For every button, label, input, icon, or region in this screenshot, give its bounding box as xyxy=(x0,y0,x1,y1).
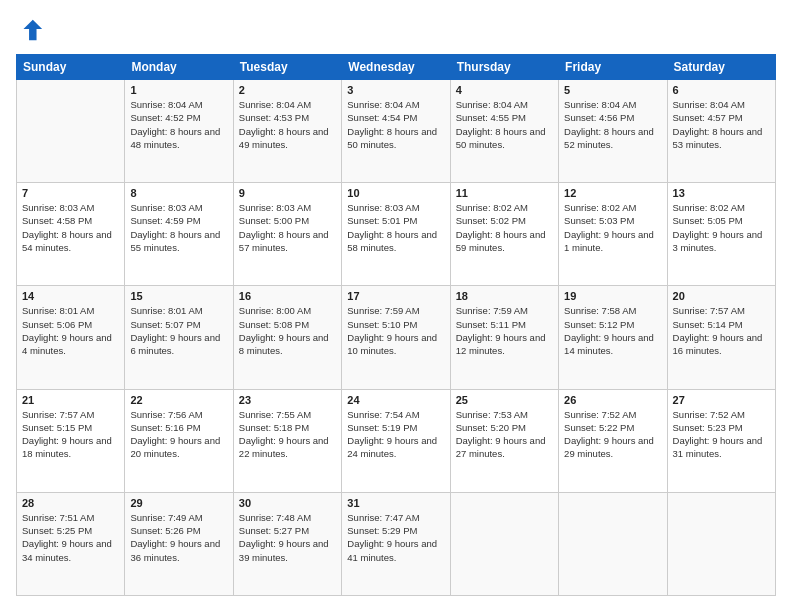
day-number: 30 xyxy=(239,497,336,509)
cell-info: Sunrise: 8:00 AMSunset: 5:08 PMDaylight:… xyxy=(239,304,336,357)
cell-info: Sunrise: 7:52 AMSunset: 5:22 PMDaylight:… xyxy=(564,408,661,461)
sunset-text: Sunset: 5:22 PM xyxy=(564,422,634,433)
calendar-cell: 16Sunrise: 8:00 AMSunset: 5:08 PMDayligh… xyxy=(233,286,341,389)
sunrise-text: Sunrise: 8:04 AM xyxy=(456,99,528,110)
day-number: 8 xyxy=(130,187,227,199)
day-number: 19 xyxy=(564,290,661,302)
calendar-cell: 22Sunrise: 7:56 AMSunset: 5:16 PMDayligh… xyxy=(125,389,233,492)
daylight-text: Daylight: 8 hours and 55 minutes. xyxy=(130,229,220,253)
calendar-cell: 29Sunrise: 7:49 AMSunset: 5:26 PMDayligh… xyxy=(125,492,233,595)
sunset-text: Sunset: 5:27 PM xyxy=(239,525,309,536)
day-number: 31 xyxy=(347,497,444,509)
daylight-text: Daylight: 9 hours and 34 minutes. xyxy=(22,538,112,562)
sunrise-text: Sunrise: 8:03 AM xyxy=(22,202,94,213)
header-day-saturday: Saturday xyxy=(667,55,775,80)
day-number: 11 xyxy=(456,187,553,199)
sunrise-text: Sunrise: 7:59 AM xyxy=(347,305,419,316)
header-day-wednesday: Wednesday xyxy=(342,55,450,80)
daylight-text: Daylight: 9 hours and 6 minutes. xyxy=(130,332,220,356)
calendar-cell: 6Sunrise: 8:04 AMSunset: 4:57 PMDaylight… xyxy=(667,80,775,183)
calendar-cell: 17Sunrise: 7:59 AMSunset: 5:10 PMDayligh… xyxy=(342,286,450,389)
cell-info: Sunrise: 8:03 AMSunset: 4:58 PMDaylight:… xyxy=(22,201,119,254)
sunrise-text: Sunrise: 7:56 AM xyxy=(130,409,202,420)
sunset-text: Sunset: 4:52 PM xyxy=(130,112,200,123)
sunrise-text: Sunrise: 7:52 AM xyxy=(564,409,636,420)
sunrise-text: Sunrise: 8:04 AM xyxy=(130,99,202,110)
daylight-text: Daylight: 9 hours and 27 minutes. xyxy=(456,435,546,459)
day-number: 27 xyxy=(673,394,770,406)
cell-info: Sunrise: 7:56 AMSunset: 5:16 PMDaylight:… xyxy=(130,408,227,461)
sunrise-text: Sunrise: 8:04 AM xyxy=(239,99,311,110)
calendar-cell: 1Sunrise: 8:04 AMSunset: 4:52 PMDaylight… xyxy=(125,80,233,183)
cell-info: Sunrise: 8:01 AMSunset: 5:06 PMDaylight:… xyxy=(22,304,119,357)
calendar-cell: 13Sunrise: 8:02 AMSunset: 5:05 PMDayligh… xyxy=(667,183,775,286)
cell-info: Sunrise: 8:02 AMSunset: 5:03 PMDaylight:… xyxy=(564,201,661,254)
sunset-text: Sunset: 4:59 PM xyxy=(130,215,200,226)
calendar-cell: 28Sunrise: 7:51 AMSunset: 5:25 PMDayligh… xyxy=(17,492,125,595)
sunset-text: Sunset: 5:03 PM xyxy=(564,215,634,226)
cell-info: Sunrise: 8:03 AMSunset: 4:59 PMDaylight:… xyxy=(130,201,227,254)
sunrise-text: Sunrise: 7:48 AM xyxy=(239,512,311,523)
cell-info: Sunrise: 7:59 AMSunset: 5:10 PMDaylight:… xyxy=(347,304,444,357)
cell-info: Sunrise: 8:04 AMSunset: 4:52 PMDaylight:… xyxy=(130,98,227,151)
daylight-text: Daylight: 8 hours and 48 minutes. xyxy=(130,126,220,150)
daylight-text: Daylight: 8 hours and 49 minutes. xyxy=(239,126,329,150)
cell-info: Sunrise: 8:03 AMSunset: 5:00 PMDaylight:… xyxy=(239,201,336,254)
sunrise-text: Sunrise: 8:02 AM xyxy=(564,202,636,213)
cell-info: Sunrise: 7:53 AMSunset: 5:20 PMDaylight:… xyxy=(456,408,553,461)
header-day-tuesday: Tuesday xyxy=(233,55,341,80)
sunset-text: Sunset: 5:01 PM xyxy=(347,215,417,226)
day-number: 5 xyxy=(564,84,661,96)
page: SundayMondayTuesdayWednesdayThursdayFrid… xyxy=(0,0,792,612)
sunset-text: Sunset: 5:06 PM xyxy=(22,319,92,330)
sunset-text: Sunset: 5:10 PM xyxy=(347,319,417,330)
day-number: 4 xyxy=(456,84,553,96)
daylight-text: Daylight: 9 hours and 3 minutes. xyxy=(673,229,763,253)
calendar-cell: 12Sunrise: 8:02 AMSunset: 5:03 PMDayligh… xyxy=(559,183,667,286)
sunset-text: Sunset: 4:55 PM xyxy=(456,112,526,123)
sunset-text: Sunset: 4:56 PM xyxy=(564,112,634,123)
day-number: 6 xyxy=(673,84,770,96)
calendar-cell xyxy=(559,492,667,595)
cell-info: Sunrise: 7:59 AMSunset: 5:11 PMDaylight:… xyxy=(456,304,553,357)
day-number: 16 xyxy=(239,290,336,302)
sunrise-text: Sunrise: 8:04 AM xyxy=(673,99,745,110)
week-row-1: 7Sunrise: 8:03 AMSunset: 4:58 PMDaylight… xyxy=(17,183,776,286)
day-number: 24 xyxy=(347,394,444,406)
daylight-text: Daylight: 8 hours and 54 minutes. xyxy=(22,229,112,253)
cell-info: Sunrise: 8:01 AMSunset: 5:07 PMDaylight:… xyxy=(130,304,227,357)
cell-info: Sunrise: 8:02 AMSunset: 5:02 PMDaylight:… xyxy=(456,201,553,254)
sunset-text: Sunset: 5:29 PM xyxy=(347,525,417,536)
daylight-text: Daylight: 8 hours and 53 minutes. xyxy=(673,126,763,150)
sunrise-text: Sunrise: 8:02 AM xyxy=(456,202,528,213)
calendar-cell: 5Sunrise: 8:04 AMSunset: 4:56 PMDaylight… xyxy=(559,80,667,183)
day-number: 21 xyxy=(22,394,119,406)
header-day-sunday: Sunday xyxy=(17,55,125,80)
daylight-text: Daylight: 9 hours and 14 minutes. xyxy=(564,332,654,356)
cell-info: Sunrise: 8:04 AMSunset: 4:55 PMDaylight:… xyxy=(456,98,553,151)
header-day-thursday: Thursday xyxy=(450,55,558,80)
calendar-cell: 7Sunrise: 8:03 AMSunset: 4:58 PMDaylight… xyxy=(17,183,125,286)
cell-info: Sunrise: 7:51 AMSunset: 5:25 PMDaylight:… xyxy=(22,511,119,564)
calendar-cell: 20Sunrise: 7:57 AMSunset: 5:14 PMDayligh… xyxy=(667,286,775,389)
cell-info: Sunrise: 7:57 AMSunset: 5:15 PMDaylight:… xyxy=(22,408,119,461)
cell-info: Sunrise: 7:54 AMSunset: 5:19 PMDaylight:… xyxy=(347,408,444,461)
header-row: SundayMondayTuesdayWednesdayThursdayFrid… xyxy=(17,55,776,80)
calendar-cell: 8Sunrise: 8:03 AMSunset: 4:59 PMDaylight… xyxy=(125,183,233,286)
sunset-text: Sunset: 5:12 PM xyxy=(564,319,634,330)
calendar-cell: 2Sunrise: 8:04 AMSunset: 4:53 PMDaylight… xyxy=(233,80,341,183)
day-number: 12 xyxy=(564,187,661,199)
calendar-cell: 19Sunrise: 7:58 AMSunset: 5:12 PMDayligh… xyxy=(559,286,667,389)
daylight-text: Daylight: 9 hours and 12 minutes. xyxy=(456,332,546,356)
day-number: 17 xyxy=(347,290,444,302)
day-number: 9 xyxy=(239,187,336,199)
day-number: 14 xyxy=(22,290,119,302)
daylight-text: Daylight: 9 hours and 4 minutes. xyxy=(22,332,112,356)
sunset-text: Sunset: 5:14 PM xyxy=(673,319,743,330)
sunrise-text: Sunrise: 7:57 AM xyxy=(22,409,94,420)
logo-icon xyxy=(16,16,44,44)
cell-info: Sunrise: 7:47 AMSunset: 5:29 PMDaylight:… xyxy=(347,511,444,564)
sunrise-text: Sunrise: 7:55 AM xyxy=(239,409,311,420)
daylight-text: Daylight: 8 hours and 50 minutes. xyxy=(347,126,437,150)
svg-marker-0 xyxy=(23,20,42,41)
